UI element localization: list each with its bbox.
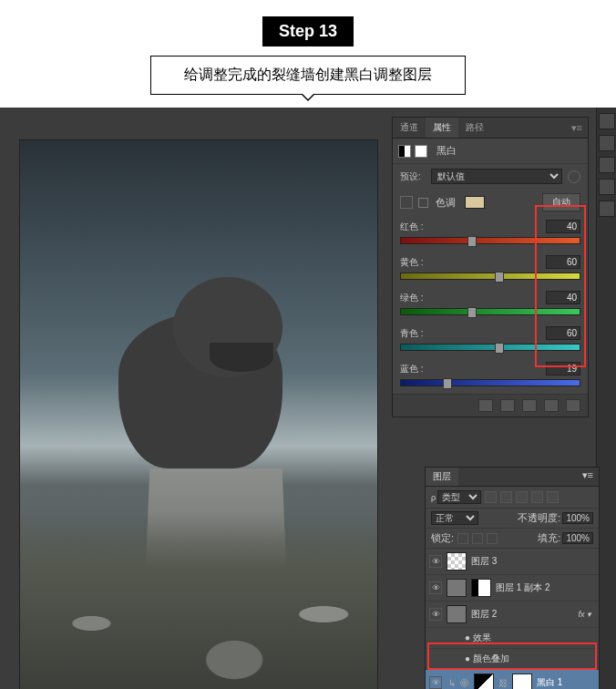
filter-shape-icon[interactable]: [531, 491, 543, 503]
slider-value-2[interactable]: 40: [546, 291, 580, 304]
visibility-toggle[interactable]: 👁: [429, 676, 442, 689]
adjustment-thumb: [474, 674, 494, 689]
effect-name: ● 效果: [465, 632, 595, 644]
layer-row-4[interactable]: ● 颜色叠加: [426, 649, 599, 670]
mask-link-icon: ⛓: [498, 678, 508, 688]
filter-smart-icon[interactable]: [547, 491, 559, 503]
adjustment-mask-icon: [415, 145, 427, 158]
slider-track-1[interactable]: [400, 273, 580, 280]
adjustments-icon[interactable]: [599, 179, 615, 195]
histogram-icon[interactable]: [599, 113, 615, 129]
slider-value-1[interactable]: 60: [546, 255, 580, 269]
filter-pixel-icon[interactable]: [485, 491, 497, 503]
tab-paths[interactable]: 路径: [458, 118, 491, 138]
document-canvas[interactable]: [20, 140, 377, 689]
clip-to-layer-icon[interactable]: [478, 399, 493, 412]
panel-menu-icon[interactable]: ▾≡: [566, 122, 588, 134]
layer-row-5[interactable]: 👁↳🞋⛓黑白 1: [426, 670, 599, 689]
slider-value-0[interactable]: 40: [546, 220, 580, 233]
lock-all-icon[interactable]: [487, 533, 498, 544]
layer-row-1[interactable]: 👁图层 1 副本 2: [426, 575, 599, 602]
layer-thumb: [447, 579, 467, 597]
slider-track-2[interactable]: [400, 308, 580, 315]
clip-indicator-icon: ↳: [448, 678, 456, 688]
adjustment-type-icon: [398, 145, 411, 158]
layers-menu-icon[interactable]: ▾≡: [577, 468, 599, 486]
properties-panel: 通道 属性 路径 ▾≡ 黑白 预设: 默认值 色调 自动 红色 : 40 黄色 …: [392, 117, 589, 417]
layer-thumb: [447, 605, 467, 623]
fx-badge[interactable]: fx ▾: [578, 610, 595, 619]
layer-name[interactable]: 图层 2: [471, 608, 573, 621]
layers-panel: 图层 ▾≡ ρ 类型 正常 不透明度: 100% 锁定:: [425, 467, 600, 689]
slider-thumb-0[interactable]: [467, 236, 477, 247]
layer-filter-select[interactable]: 类型: [437, 490, 481, 504]
slider-value-4[interactable]: 19: [546, 362, 580, 375]
step-badge: Step 13: [262, 16, 354, 46]
fill-label: 填充:: [538, 531, 560, 545]
tab-layers[interactable]: 图层: [426, 468, 458, 486]
filter-text-icon[interactable]: [516, 491, 528, 503]
slider-label-2: 绿色 :: [400, 292, 424, 304]
blend-mode-select[interactable]: 正常: [431, 511, 478, 525]
slider-track-3[interactable]: [400, 344, 580, 351]
slider-label-4: 蓝色 :: [400, 363, 424, 375]
opacity-label: 不透明度:: [518, 511, 560, 525]
slider-label-0: 红色 :: [400, 221, 424, 233]
visibility-toggle[interactable]: 👁: [429, 581, 442, 594]
preset-select[interactable]: 默认值: [431, 169, 562, 184]
effect-name: ● 颜色叠加: [465, 653, 595, 665]
preset-label: 预设:: [400, 170, 426, 183]
opacity-value[interactable]: 100%: [562, 512, 593, 524]
tab-channels[interactable]: 通道: [393, 118, 426, 138]
slider-thumb-2[interactable]: [467, 307, 477, 318]
view-previous-icon[interactable]: [500, 399, 515, 412]
visibility-toggle[interactable]: 👁: [429, 608, 442, 621]
slider-label-3: 青色 :: [400, 327, 424, 340]
layer-name[interactable]: 图层 1 副本 2: [496, 581, 595, 594]
layer-row-0[interactable]: 👁图层 3: [426, 549, 599, 575]
slider-label-1: 黄色 :: [400, 256, 424, 269]
tint-checkbox[interactable]: [418, 198, 428, 208]
layer-row-3[interactable]: ● 效果: [426, 628, 599, 649]
styles-icon[interactable]: [599, 201, 615, 217]
layer-name[interactable]: 图层 3: [471, 555, 595, 568]
visibility-toggle[interactable]: 👁: [429, 555, 442, 568]
lock-pixels-icon[interactable]: [457, 533, 468, 544]
slider-thumb-4[interactable]: [443, 378, 452, 389]
slider-track-4[interactable]: [400, 379, 580, 386]
preset-menu-icon[interactable]: [568, 170, 580, 183]
color-icon[interactable]: [599, 157, 615, 173]
slider-thumb-3[interactable]: [495, 343, 504, 354]
targeted-adjust-icon[interactable]: [400, 196, 413, 209]
layer-mask[interactable]: [512, 674, 532, 689]
lock-label: 锁定:: [431, 531, 454, 545]
fill-value[interactable]: 100%: [562, 532, 593, 544]
layer-row-2[interactable]: 👁图层 2fx ▾: [426, 602, 599, 628]
slider-value-3[interactable]: 60: [546, 326, 580, 340]
tint-swatch[interactable]: [465, 196, 485, 209]
toggle-visibility-icon[interactable]: [544, 399, 559, 412]
link-icon: 🞋: [460, 678, 469, 688]
step-caption: 给调整完成的裂缝墙创建黑白调整图层: [150, 56, 466, 95]
reset-icon[interactable]: [522, 399, 537, 412]
filter-adjust-icon[interactable]: [500, 491, 512, 503]
tab-properties[interactable]: 属性: [426, 118, 458, 138]
layer-list[interactable]: 👁图层 3👁图层 1 副本 2👁图层 2fx ▾● 效果● 颜色叠加👁↳🞋⛓黑白…: [426, 549, 599, 689]
slider-track-0[interactable]: [400, 237, 580, 244]
lock-position-icon[interactable]: [472, 533, 483, 544]
photoshop-workspace: 通道 属性 路径 ▾≡ 黑白 预设: 默认值 色调 自动 红色 : 40 黄色 …: [0, 108, 616, 689]
delete-adjustment-icon[interactable]: [566, 399, 580, 412]
tint-label: 色调: [436, 196, 456, 210]
layer-name[interactable]: 黑白 1: [537, 676, 595, 689]
layer-mask[interactable]: [471, 579, 491, 597]
swatches-icon[interactable]: [599, 135, 615, 151]
auto-button[interactable]: 自动: [542, 193, 580, 211]
slider-thumb-1[interactable]: [495, 272, 504, 283]
adjustment-title: 黑白: [436, 144, 457, 158]
layer-thumb: [447, 552, 467, 571]
properties-footer: [393, 394, 588, 416]
